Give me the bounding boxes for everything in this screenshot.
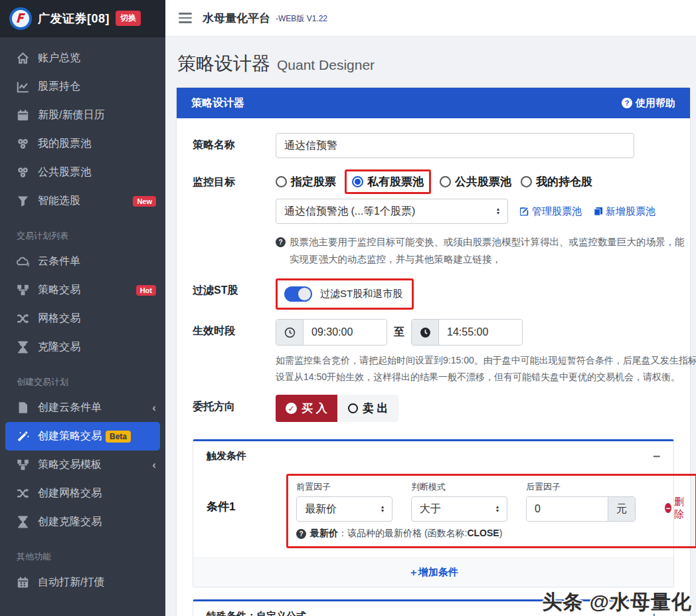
usage-help-button[interactable]: ? 使用帮助	[622, 97, 675, 110]
chevron-left-icon: ‹	[152, 401, 156, 415]
manage-pool-link[interactable]: 管理股票池	[520, 205, 582, 218]
st-filter-row: 过滤ST股 过滤ST股和退市股	[193, 278, 674, 310]
st-filter-label: 过滤ST股	[193, 278, 276, 310]
switch-account-button[interactable]: 切换	[116, 11, 141, 26]
sidebar-item-label: 新股/新债日历	[38, 108, 156, 122]
strategy-name-label: 策略名称	[193, 133, 276, 158]
sidebar-item-label: 股票持仓	[38, 80, 156, 94]
select-arrows-icon: ▴▾	[381, 505, 384, 513]
radio-selected-icon	[352, 176, 363, 187]
sidebar-item-label: 克隆交易	[38, 340, 156, 354]
sidebar-item-clone-trading[interactable]: 克隆交易	[0, 333, 165, 361]
radio-specified-stocks[interactable]: 指定股票	[276, 174, 336, 189]
radio-icon	[440, 176, 451, 187]
to-label: 至	[394, 326, 404, 340]
select-arrows-icon: ▴▾	[497, 207, 499, 215]
mode-label: 判断模式	[411, 481, 507, 493]
sidebar-item-grid-trading[interactable]: 网格交易	[0, 304, 165, 333]
card-body: 策略名称 监控目标 指定股票	[177, 118, 690, 616]
st-toggle-group: 过滤ST股和退市股	[284, 286, 402, 302]
sidebar-item-label: 策略交易模板	[38, 458, 143, 472]
calendar-icon	[17, 576, 29, 589]
calendar-icon	[17, 109, 29, 122]
monitor-target-label: 监控目标	[193, 170, 276, 268]
stock-pool-select[interactable]: 通达信预警池 (...等1个股票) ▴▾	[276, 199, 508, 224]
sidebar-item-cloud-orders[interactable]: 云条件单	[0, 247, 165, 276]
factor-select[interactable]: 最新价 ▴▾	[296, 496, 392, 522]
sidebar-item-ipo-calendar[interactable]: 新股/新债日历	[0, 101, 165, 130]
sidebar-item-create-cloud-order[interactable]: 创建云条件单 ‹	[0, 393, 165, 422]
sitemap-icon	[17, 459, 29, 471]
question-circle-icon: ?	[622, 98, 632, 108]
sidebar-section-other: 其他功能	[0, 536, 165, 568]
end-time-input[interactable]	[439, 320, 522, 345]
sidebar-item-strategy-templates[interactable]: 策略交易模板 ‹	[0, 451, 165, 479]
direction-row: 委托方向 ✓ 买 入 卖 出	[193, 395, 674, 422]
sidebar-item-create-clone-trade[interactable]: 创建克隆交易	[0, 508, 165, 536]
start-time-input[interactable]	[304, 320, 387, 345]
add-pool-link[interactable]: 新增股票池	[594, 205, 655, 218]
sidebar-item-label: 公共股票池	[38, 165, 156, 179]
watermark: 头条 @水母量化	[542, 589, 692, 616]
sidebar-item-account-overview[interactable]: 账户总览	[0, 44, 165, 72]
radio-private-pool[interactable]: 私有股票池	[352, 174, 424, 189]
collapse-minus-icon[interactable]: −	[653, 452, 660, 461]
sidebar-item-label: 网格交易	[38, 312, 156, 326]
clock-outline-icon	[276, 320, 304, 345]
main-area: 水母量化平台 -WEB版 V1.22 策略设计器 Quant Designer …	[165, 0, 696, 616]
sidebar-section-trade-plans: 交易计划列表	[0, 215, 165, 247]
sell-button[interactable]: 卖 出	[337, 395, 399, 422]
shuffle-icon	[17, 312, 29, 325]
st-filter-toggle[interactable]	[284, 286, 312, 302]
hamburger-menu-icon[interactable]	[179, 13, 192, 23]
sidebar-item-public-stock-pool[interactable]: 公共股票池	[0, 158, 165, 187]
add-condition-button[interactable]: ＋增加条件	[408, 566, 458, 577]
sidebar-item-create-strategy-trade[interactable]: 创建策略交易Beta	[5, 422, 160, 451]
mode-select[interactable]: 大于 ▴▾	[411, 496, 507, 522]
radio-public-pool[interactable]: 公共股票池	[440, 174, 511, 189]
delete-condition-button[interactable]: − 删除	[665, 496, 687, 521]
sidebar-item-auto-ipo[interactable]: 自动打新/打债	[0, 568, 165, 597]
new-file-icon	[594, 207, 603, 216]
sidebar-item-label: 智能选股	[38, 194, 124, 208]
operand-label: 后置因子	[526, 481, 636, 493]
page-title-zh: 策略设计器	[177, 51, 270, 76]
sidebar-item-label: 创建策略交易Beta	[38, 429, 151, 443]
sidebar-item-strategy-trading[interactable]: 策略交易 Hot	[0, 276, 165, 304]
question-circle-icon: ?	[276, 237, 286, 247]
sidebar-item-create-grid-trade[interactable]: 创建网格交易	[0, 479, 165, 508]
operand-group: 元	[526, 496, 636, 522]
condition-1-label: 条件1	[207, 474, 286, 548]
sidebar-item-label: 账户总览	[38, 51, 156, 65]
sidebar-item-my-stock-pool[interactable]: 我的股票池	[0, 130, 165, 158]
cloud-icon	[17, 255, 29, 268]
edit-square-icon	[520, 207, 529, 216]
page-content: 策略设计器 Quant Designer 策略设计器 ? 使用帮助 策略名称	[165, 37, 696, 616]
sidebar-nav: 账户总览 股票持仓 新股/新债日历 我的股票池 公共股票池 智能选股 New 交…	[0, 37, 165, 597]
broker-header: 广发证券[08] 切换	[0, 0, 165, 37]
radio-my-holdings[interactable]: 我的持仓股	[521, 174, 592, 189]
chart-icon	[17, 80, 29, 93]
buy-button[interactable]: ✓ 买 入	[276, 395, 337, 422]
condition-1-row: 条件1 前置因子 最新价 ▴▾	[193, 471, 673, 558]
filter-icon	[17, 195, 29, 207]
special-condition-title: 特殊条件：自定义公式	[207, 610, 306, 616]
strategy-name-input[interactable]	[276, 133, 634, 158]
trigger-conditions-panel: 触发条件 − 条件1 前置因子 最新价 ▴▾	[193, 439, 674, 587]
trigger-panel-header: 触发条件 −	[193, 441, 673, 471]
new-badge: New	[133, 196, 156, 207]
shuffle-icon	[17, 487, 29, 500]
operand-input[interactable]	[527, 497, 608, 521]
unit-addon: 元	[608, 497, 635, 521]
gf-securities-logo	[9, 7, 32, 30]
hourglass-icon	[17, 516, 29, 528]
time-range-controls: 至	[276, 319, 696, 346]
card-header-title: 策略设计器	[191, 96, 244, 110]
sidebar-item-stock-positions[interactable]: 股票持仓	[0, 72, 165, 101]
radio-icon	[521, 176, 532, 187]
circle-outline-icon	[348, 403, 358, 413]
select-arrows-icon: ▴▾	[496, 505, 499, 513]
file-icon	[17, 401, 29, 414]
sidebar-item-smart-stock-picker[interactable]: 智能选股 New	[0, 187, 165, 215]
wand-icon	[17, 430, 29, 443]
